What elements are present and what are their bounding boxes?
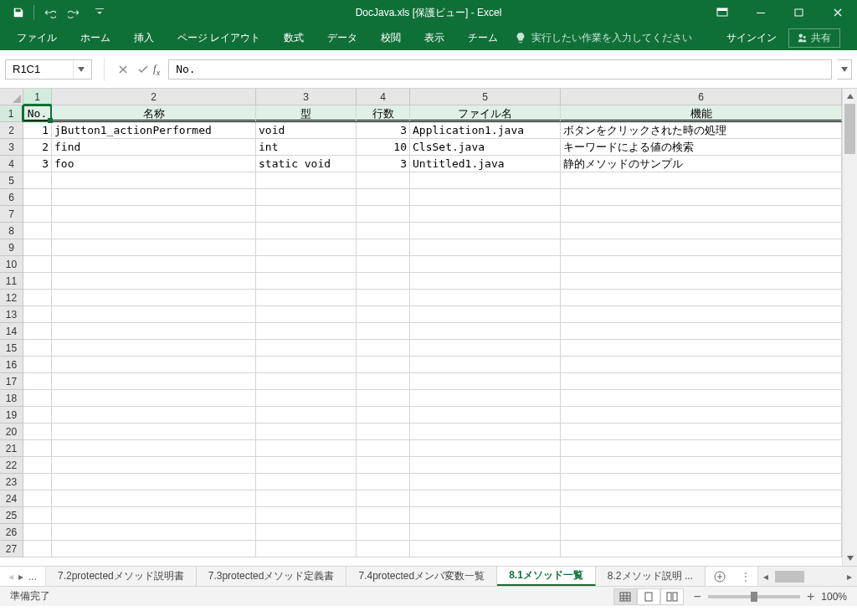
cell[interactable] [357,373,410,390]
cell[interactable] [23,541,52,557]
cell[interactable] [561,223,842,239]
column-header[interactable]: 4 [357,89,410,105]
zoom-slider[interactable] [708,595,800,598]
row-header[interactable]: 20 [0,424,23,440]
cell[interactable] [256,340,357,357]
cell[interactable] [256,524,357,541]
cell[interactable] [561,507,842,524]
row-header[interactable]: 16 [0,357,23,373]
cell[interactable]: Untitled1.java [410,156,561,172]
cell[interactable] [410,490,561,507]
select-all-button[interactable] [0,89,23,105]
undo-button[interactable] [38,2,61,23]
cell[interactable] [410,424,561,440]
row-header[interactable]: 11 [0,273,23,290]
cell[interactable] [561,323,842,340]
cancel-formula-button[interactable] [113,60,133,79]
view-page-layout-button[interactable] [637,588,660,605]
cell[interactable] [357,407,410,424]
cell[interactable] [256,407,357,424]
sheet-tab[interactable]: 7.2protectedメソッド説明書 [46,567,197,586]
cell[interactable] [256,390,357,407]
cell[interactable] [23,223,52,239]
cell[interactable] [23,256,52,273]
cell[interactable] [52,373,256,390]
cell[interactable] [23,290,52,306]
cell[interactable] [561,357,842,373]
cell[interactable] [561,457,842,474]
cell[interactable] [357,223,410,239]
cell[interactable] [256,172,357,189]
cell[interactable] [410,457,561,474]
cell[interactable] [561,206,842,223]
cell[interactable] [561,373,842,390]
cell[interactable] [357,440,410,457]
fx-label[interactable]: fx [153,62,168,77]
row-header[interactable]: 14 [0,323,23,340]
horizontal-scrollbar[interactable]: ◂ ▸ [757,567,857,586]
cell[interactable] [256,290,357,306]
sheet-tab[interactable]: 8.1メソッド一覧 [497,567,596,586]
row-header[interactable]: 8 [0,223,23,239]
cell[interactable] [410,306,561,323]
row-header[interactable]: 25 [0,507,23,524]
cell[interactable] [357,290,410,306]
cell[interactable]: ファイル名 [410,105,561,122]
cell[interactable] [256,490,357,507]
cell[interactable] [52,290,256,306]
cell[interactable] [410,206,561,223]
scroll-left-button[interactable]: ◂ [758,571,773,583]
cell[interactable] [52,407,256,424]
cell[interactable] [52,189,256,206]
cell[interactable] [23,474,52,490]
row-header[interactable]: 17 [0,373,23,390]
cell[interactable]: int [256,139,357,156]
cell[interactable] [52,541,256,557]
cell[interactable] [561,189,842,206]
tab-page-layout[interactable]: ページ レイアウト [166,25,272,50]
cell[interactable] [357,239,410,256]
cell[interactable]: 名称 [52,105,256,122]
cell[interactable] [357,306,410,323]
tab-data[interactable]: データ [316,25,369,50]
cell[interactable] [256,306,357,323]
vertical-scrollbar[interactable] [842,89,857,566]
cell[interactable]: void [256,122,357,139]
cell[interactable] [256,440,357,457]
cell[interactable] [52,507,256,524]
zoom-out-button[interactable]: − [694,589,701,604]
tab-next-button[interactable]: ▸ [18,571,23,583]
scroll-up-button[interactable] [843,89,857,104]
row-header[interactable]: 9 [0,239,23,256]
cell[interactable] [23,172,52,189]
cell[interactable] [561,290,842,306]
name-box[interactable] [5,59,92,80]
cell[interactable] [410,407,561,424]
cell[interactable] [23,340,52,357]
cell[interactable] [256,424,357,440]
cell[interactable] [357,424,410,440]
cell[interactable] [561,541,842,557]
cell[interactable] [410,340,561,357]
cell[interactable] [256,474,357,490]
cell[interactable] [52,424,256,440]
cell[interactable] [561,424,842,440]
row-header[interactable]: 27 [0,541,23,557]
cell[interactable] [23,189,52,206]
cell[interactable] [52,256,256,273]
cell[interactable] [256,507,357,524]
enter-formula-button[interactable] [133,60,153,79]
cell[interactable] [410,373,561,390]
cell[interactable] [357,524,410,541]
row-header[interactable]: 6 [0,189,23,206]
cell[interactable] [52,172,256,189]
cell[interactable] [410,273,561,290]
zoom-in-button[interactable]: + [807,589,814,604]
cell[interactable] [256,457,357,474]
minimize-button[interactable] [742,0,780,25]
scroll-down-button[interactable] [843,551,857,566]
cell[interactable] [410,474,561,490]
cell[interactable] [52,340,256,357]
cell[interactable] [357,273,410,290]
cell[interactable]: ボタンをクリックされた時の処理 [561,122,842,139]
